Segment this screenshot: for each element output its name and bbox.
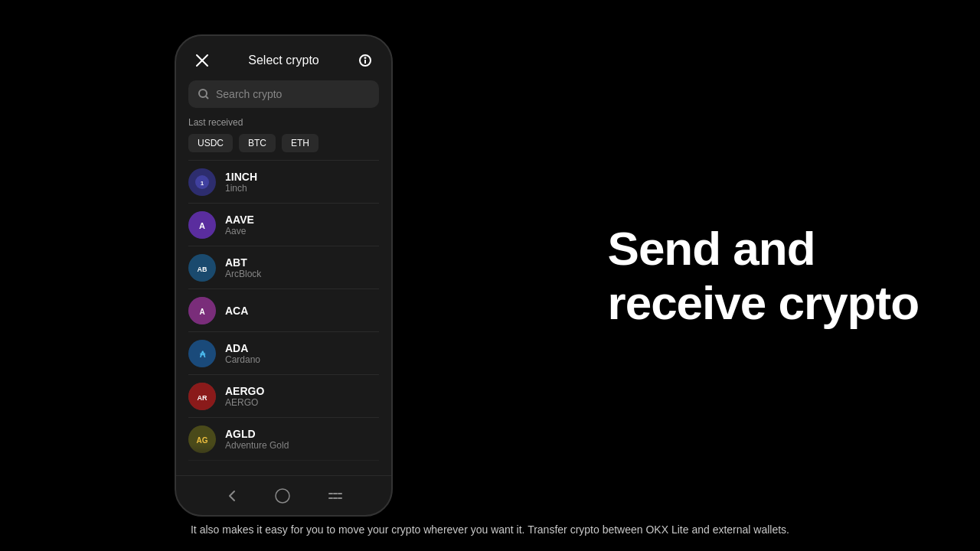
crypto-info: AERGO AERGO [225, 385, 264, 408]
crypto-info: ABT ArcBlock [225, 256, 261, 279]
headline: Send and receive crypto [608, 221, 919, 331]
modal-title: Select crypto [248, 54, 318, 67]
svg-line-6 [206, 96, 208, 99]
bottom-nav [176, 475, 391, 515]
avatar: A [188, 297, 216, 324]
avatar: AB [188, 254, 216, 282]
crypto-name: ArcBlock [225, 269, 261, 279]
tag-eth[interactable]: ETH [282, 134, 318, 152]
avatar: 1 [188, 168, 216, 196]
svg-text:₳: ₳ [200, 350, 206, 359]
crypto-symbol: AGLD [225, 428, 289, 440]
svg-text:AG: AG [197, 436, 208, 445]
crypto-info: 1INCH 1inch [225, 171, 257, 194]
svg-text:AR: AR [198, 394, 207, 402]
crypto-symbol: ACA [225, 305, 248, 317]
crypto-info: AGLD Adventure Gold [225, 428, 289, 451]
tag-usdc[interactable]: USDC [188, 134, 233, 152]
svg-text:AB: AB [198, 266, 207, 273]
list-item[interactable]: A ACA [176, 289, 391, 332]
avatar: A [188, 211, 216, 239]
crypto-symbol: ABT [225, 256, 261, 269]
headline-container: Send and receive crypto [608, 221, 919, 331]
avatar: AR [188, 383, 216, 410]
close-button[interactable] [191, 50, 213, 71]
crypto-name: 1inch [225, 183, 257, 194]
search-placeholder: Search crypto [216, 88, 370, 100]
list-item[interactable]: A AAVE Aave [176, 204, 391, 246]
crypto-name: Adventure Gold [225, 440, 289, 451]
info-button[interactable] [354, 50, 376, 71]
quick-tags: USDC BTC ETH [188, 134, 379, 152]
crypto-list: 1 1INCH 1inch A AAVE Aave [176, 161, 391, 475]
svg-point-4 [364, 57, 365, 58]
crypto-info: ACA [225, 305, 248, 317]
crypto-name: Cardano [225, 354, 260, 365]
list-item[interactable]: ₳ ADA Cardano [176, 332, 391, 375]
list-item[interactable]: AR AERGO AERGO [176, 375, 391, 418]
crypto-symbol: AERGO [225, 385, 264, 397]
avatar: ₳ [188, 340, 216, 367]
crypto-symbol: AAVE [225, 214, 254, 226]
crypto-name: Aave [225, 226, 254, 236]
last-received-section: Last received USDC BTC ETH [176, 117, 391, 160]
avatar: AG [188, 425, 216, 453]
bottom-caption: It also makes it easy for you to move yo… [0, 523, 980, 536]
crypto-info: AAVE Aave [225, 214, 254, 236]
headline-line2: receive crypto [608, 276, 919, 330]
home-button[interactable] [274, 487, 291, 504]
svg-point-21 [276, 489, 289, 503]
phone-header: Select crypto [176, 36, 391, 80]
back-button[interactable] [224, 488, 240, 504]
search-box[interactable]: Search crypto [188, 80, 379, 108]
svg-point-5 [199, 90, 207, 97]
crypto-info: ADA Cardano [225, 342, 260, 365]
svg-text:A: A [199, 308, 204, 316]
last-received-label: Last received [188, 117, 379, 128]
phone-screen: Select crypto Search crypto Last re [175, 34, 393, 517]
headline-line1: Send and [608, 221, 919, 276]
phone-container: Select crypto Search crypto Last re [175, 34, 393, 517]
svg-text:1: 1 [201, 180, 204, 187]
search-icon [198, 88, 210, 100]
list-item[interactable]: 1 1INCH 1inch [176, 161, 391, 204]
crypto-symbol: ADA [225, 342, 260, 354]
menu-button[interactable] [326, 487, 343, 504]
svg-text:A: A [199, 221, 205, 230]
list-item[interactable]: AB ABT ArcBlock [176, 246, 391, 289]
search-container: Search crypto [176, 80, 391, 117]
list-item[interactable]: AG AGLD Adventure Gold [176, 418, 391, 461]
crypto-symbol: 1INCH [225, 171, 257, 183]
tag-btc[interactable]: BTC [239, 134, 276, 152]
crypto-name: AERGO [225, 397, 264, 408]
